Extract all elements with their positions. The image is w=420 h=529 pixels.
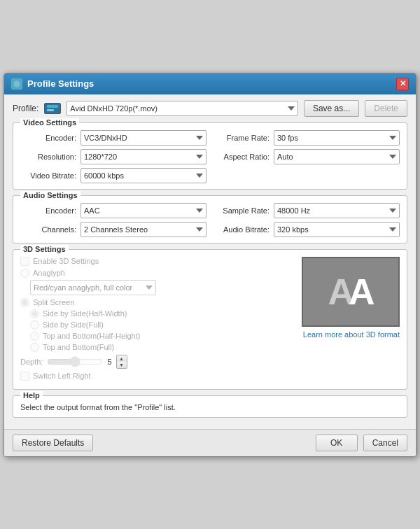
enable-3d-checkbox[interactable] [20,257,29,266]
audio-settings-section: Audio Settings Encoder: AAC Sample Rate:… [13,195,407,244]
depth-slider[interactable] [47,357,103,367]
frame-rate-label: Frame Rate: [214,134,270,142]
switch-lr-row: Switch Left Right [20,372,295,381]
channels-field: Channels: 2 Channels Stereo [20,222,206,237]
save-as-button[interactable]: Save as... [304,100,359,117]
side-by-side-full-label[interactable]: Side by Side(Full) [43,320,104,329]
svg-point-0 [13,80,20,87]
aa-text: A A [328,271,373,313]
audio-settings-grid: Encoder: AAC Sample Rate: 48000 Hz Chann… [20,203,400,237]
svg-rect-2 [47,105,58,108]
cancel-button[interactable]: Cancel [363,435,407,451]
3d-settings-title: 3D Settings [20,245,69,253]
top-bottom-full-row: Top and Bottom(Full) [30,343,295,352]
profile-label: Profile: [13,104,38,113]
learn-more-row: Learn more about 3D format [302,330,400,339]
top-bottom-full-radio[interactable] [30,343,39,352]
aspect-ratio-select[interactable]: Auto [274,149,400,164]
aa-right: A [349,271,374,313]
depth-spinner-up[interactable]: ▲ [117,355,127,362]
dialog-title: Profile Settings [27,78,94,89]
help-section: Help Select the output format from the "… [13,395,407,418]
profile-select[interactable]: Avid DNxHD 720p(*.mov) [66,101,298,116]
aspect-ratio-field: Aspect Ratio: Auto [214,149,400,164]
frame-rate-select[interactable]: 30 fps [274,130,400,146]
audio-bitrate-field: Audio Bitrate: 320 kbps [214,222,400,237]
delete-button[interactable]: Delete [365,100,407,117]
3d-left: Enable 3D Settings Anaglyph Red/cyan ana… [20,257,295,383]
aa-preview: A A [302,257,400,327]
encoder-label: Encoder: [20,134,76,142]
depth-value: 5 [107,358,111,366]
split-screen-row: Split Screen [20,298,295,307]
audio-settings-title: Audio Settings [20,191,80,199]
bottom-bar: Restore Defaults OK Cancel [4,429,416,456]
resolution-field: Resolution: 1280*720 [20,149,206,164]
enable-3d-row: Enable 3D Settings [20,257,295,266]
audio-bitrate-label: Audio Bitrate: [214,225,270,234]
anaglyph-row: Anaglyph [20,269,295,278]
depth-spinner[interactable]: ▲ ▼ [116,355,127,369]
video-settings-section: Video Settings Encoder: VC3/DNxHD Frame … [13,122,407,190]
title-bar: Profile Settings ✕ [4,73,416,94]
side-by-side-full-row: Side by Side(Full) [30,320,295,330]
frame-rate-field: Frame Rate: 30 fps [214,130,400,146]
anaglyph-select-row: Red/cyan anaglyph, full color [30,280,295,295]
depth-row: Depth: 5 ▲ ▼ [20,355,295,369]
split-screen-label[interactable]: Split Screen [33,298,74,306]
profile-settings-dialog: Profile Settings ✕ Profile: Avid DNxHD 7… [4,73,416,457]
top-bottom-full-label[interactable]: Top and Bottom(Full) [43,343,114,351]
channels-select[interactable]: 2 Channels Stereo [80,222,206,237]
side-by-side-half-radio[interactable] [30,309,39,318]
aspect-ratio-label: Aspect Ratio: [214,153,270,161]
split-screen-radio[interactable] [20,298,29,307]
audio-encoder-field: Encoder: AAC [20,203,206,218]
anaglyph-radio[interactable] [20,269,29,278]
help-text: Select the output format from the "Profi… [20,403,400,411]
channels-label: Channels: [20,225,76,234]
svg-rect-3 [47,109,54,111]
top-bottom-half-row: Top and Bottom(Half-Height) [30,332,295,341]
resolution-select[interactable]: 1280*720 [80,149,206,164]
app-icon [11,78,22,90]
audio-encoder-select[interactable]: AAC [80,203,206,218]
enable-3d-label[interactable]: Enable 3D Settings [33,257,99,265]
audio-encoder-label: Encoder: [20,206,76,215]
video-bitrate-select[interactable]: 60000 kbps [80,168,206,183]
side-by-side-half-label[interactable]: Side by Side(Half-Width) [43,309,127,318]
video-settings-grid: Encoder: VC3/DNxHD Frame Rate: 30 fps Re… [20,130,400,183]
ok-button[interactable]: OK [316,435,358,451]
3d-content: Enable 3D Settings Anaglyph Red/cyan ana… [20,257,400,383]
profile-icon [44,103,61,114]
resolution-label: Resolution: [20,153,76,161]
close-button[interactable]: ✕ [396,78,409,90]
switch-lr-label[interactable]: Switch Left Right [33,372,91,380]
anaglyph-select[interactable]: Red/cyan anaglyph, full color [30,280,156,295]
side-by-side-half-row: Side by Side(Half-Width) [30,309,295,318]
side-by-side-full-radio[interactable] [30,320,39,330]
learn-more-link[interactable]: Learn more about 3D format [303,330,400,339]
profile-row: Profile: Avid DNxHD 720p(*.mov) Save as.… [13,100,407,117]
video-bitrate-label: Video Bitrate: [20,171,76,180]
sample-rate-label: Sample Rate: [214,206,270,215]
3d-right: A A Learn more about 3D format [302,257,400,383]
sample-rate-select[interactable]: 48000 Hz [274,203,400,218]
video-bitrate-field: Video Bitrate: 60000 kbps [20,168,206,183]
anaglyph-label[interactable]: Anaglyph [33,269,65,277]
depth-spinner-down[interactable]: ▼ [117,362,127,368]
bottom-right: OK Cancel [316,435,407,451]
switch-lr-checkbox[interactable] [20,372,29,381]
encoder-field: Encoder: VC3/DNxHD [20,130,206,146]
video-settings-title: Video Settings [20,118,79,127]
dialog-body: Profile: Avid DNxHD 720p(*.mov) Save as.… [4,94,416,429]
top-bottom-half-radio[interactable] [30,332,39,341]
help-title: Help [20,391,43,400]
sample-rate-field: Sample Rate: 48000 Hz [214,203,400,218]
3d-settings-section: 3D Settings Enable 3D Settings Anaglyph [13,249,407,390]
audio-bitrate-select[interactable]: 320 kbps [274,222,400,237]
top-bottom-half-label[interactable]: Top and Bottom(Half-Height) [43,332,140,340]
title-bar-left: Profile Settings [11,78,94,90]
restore-defaults-button[interactable]: Restore Defaults [13,435,93,451]
encoder-select[interactable]: VC3/DNxHD [80,130,206,146]
depth-label: Depth: [20,358,43,366]
